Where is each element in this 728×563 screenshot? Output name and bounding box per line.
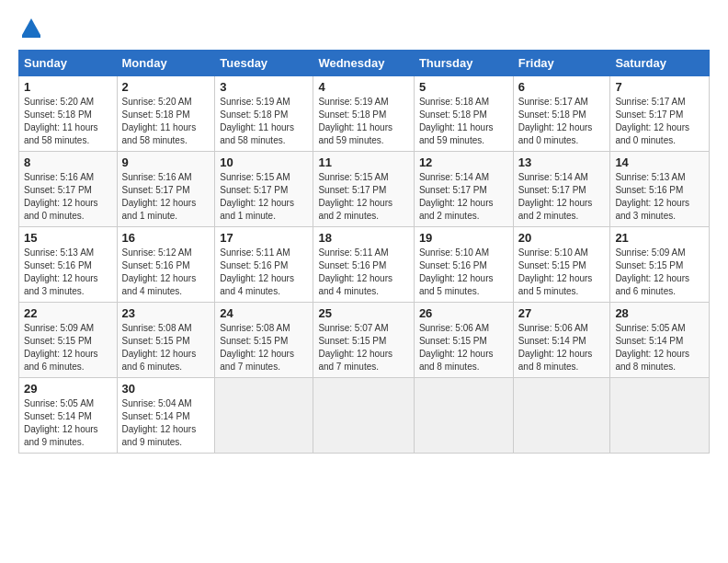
calendar-cell: 13 Sunrise: 5:14 AMSunset: 5:17 PMDaylig… — [513, 152, 610, 227]
day-info: Sunrise: 5:08 AMSunset: 5:15 PMDaylight:… — [122, 323, 197, 372]
calendar-cell: 25 Sunrise: 5:07 AMSunset: 5:15 PMDaylig… — [313, 303, 414, 378]
calendar-cell: 5 Sunrise: 5:18 AMSunset: 5:18 PMDayligh… — [414, 76, 513, 152]
day-number: 8 — [24, 155, 112, 169]
day-info: Sunrise: 5:09 AMSunset: 5:15 PMDaylight:… — [615, 247, 689, 296]
day-info: Sunrise: 5:15 AMSunset: 5:17 PMDaylight:… — [220, 172, 294, 221]
calendar-cell: 26 Sunrise: 5:06 AMSunset: 5:15 PMDaylig… — [414, 303, 513, 378]
day-number: 14 — [615, 155, 704, 169]
day-info: Sunrise: 5:06 AMSunset: 5:14 PMDaylight:… — [518, 323, 593, 372]
day-info: Sunrise: 5:20 AMSunset: 5:18 PMDaylight:… — [24, 97, 98, 145]
day-number: 25 — [318, 306, 408, 320]
day-info: Sunrise: 5:10 AMSunset: 5:16 PMDaylight:… — [419, 247, 494, 296]
day-info: Sunrise: 5:08 AMSunset: 5:15 PMDaylight:… — [220, 323, 294, 372]
week-row-2: 15 Sunrise: 5:13 AMSunset: 5:16 PMDaylig… — [19, 227, 710, 303]
calendar-cell: 12 Sunrise: 5:14 AMSunset: 5:17 PMDaylig… — [414, 152, 513, 227]
calendar-cell: 17 Sunrise: 5:11 AMSunset: 5:16 PMDaylig… — [215, 227, 313, 303]
calendar-cell: 6 Sunrise: 5:17 AMSunset: 5:18 PMDayligh… — [513, 76, 610, 152]
calendar-cell: 1 Sunrise: 5:20 AMSunset: 5:18 PMDayligh… — [19, 76, 118, 152]
day-number: 22 — [24, 306, 112, 320]
day-info: Sunrise: 5:16 AMSunset: 5:17 PMDaylight:… — [122, 172, 197, 221]
day-number: 23 — [122, 306, 210, 320]
svg-rect-1 — [22, 35, 40, 38]
day-number: 20 — [518, 231, 606, 245]
svg-marker-0 — [22, 18, 40, 35]
calendar-cell: 11 Sunrise: 5:15 AMSunset: 5:17 PMDaylig… — [313, 152, 414, 227]
day-number: 26 — [419, 306, 508, 320]
page-container: SundayMondayTuesdayWednesdayThursdayFrid… — [0, 0, 728, 463]
day-number: 29 — [24, 382, 112, 396]
day-number: 9 — [122, 155, 210, 169]
day-info: Sunrise: 5:04 AMSunset: 5:14 PMDaylight:… — [122, 398, 197, 447]
calendar-cell — [610, 378, 710, 454]
week-row-0: 1 Sunrise: 5:20 AMSunset: 5:18 PMDayligh… — [19, 76, 710, 152]
calendar-cell: 9 Sunrise: 5:16 AMSunset: 5:17 PMDayligh… — [117, 152, 215, 227]
calendar-cell — [414, 378, 513, 454]
logo-icon — [18, 15, 44, 40]
day-header-wednesday: Wednesday — [313, 51, 414, 76]
day-info: Sunrise: 5:19 AMSunset: 5:18 PMDaylight:… — [220, 97, 294, 145]
day-number: 18 — [318, 231, 408, 245]
calendar-cell: 7 Sunrise: 5:17 AMSunset: 5:17 PMDayligh… — [610, 76, 710, 152]
day-info: Sunrise: 5:16 AMSunset: 5:17 PMDaylight:… — [24, 172, 98, 221]
day-header-friday: Friday — [513, 51, 610, 76]
day-number: 15 — [24, 231, 112, 245]
day-number: 2 — [122, 80, 210, 94]
day-header-saturday: Saturday — [610, 51, 710, 76]
day-info: Sunrise: 5:12 AMSunset: 5:16 PMDaylight:… — [122, 247, 197, 296]
day-number: 24 — [220, 306, 308, 320]
header-row — [18, 15, 710, 40]
calendar-cell: 23 Sunrise: 5:08 AMSunset: 5:15 PMDaylig… — [117, 303, 215, 378]
calendar-cell: 2 Sunrise: 5:20 AMSunset: 5:18 PMDayligh… — [117, 76, 215, 152]
day-info: Sunrise: 5:13 AMSunset: 5:16 PMDaylight:… — [615, 172, 689, 221]
calendar-table: SundayMondayTuesdayWednesdayThursdayFrid… — [18, 50, 710, 454]
calendar-cell: 18 Sunrise: 5:11 AMSunset: 5:16 PMDaylig… — [313, 227, 414, 303]
day-number: 7 — [615, 80, 704, 94]
day-info: Sunrise: 5:11 AMSunset: 5:16 PMDaylight:… — [318, 247, 392, 296]
day-number: 4 — [318, 80, 408, 94]
calendar-cell: 10 Sunrise: 5:15 AMSunset: 5:17 PMDaylig… — [215, 152, 313, 227]
calendar-cell: 15 Sunrise: 5:13 AMSunset: 5:16 PMDaylig… — [19, 227, 118, 303]
day-info: Sunrise: 5:14 AMSunset: 5:17 PMDaylight:… — [518, 172, 593, 221]
day-info: Sunrise: 5:05 AMSunset: 5:14 PMDaylight:… — [24, 398, 98, 447]
day-number: 27 — [518, 306, 606, 320]
day-header-monday: Monday — [117, 51, 215, 76]
day-number: 1 — [24, 80, 112, 94]
calendar-cell: 19 Sunrise: 5:10 AMSunset: 5:16 PMDaylig… — [414, 227, 513, 303]
day-number: 21 — [615, 231, 704, 245]
day-info: Sunrise: 5:10 AMSunset: 5:15 PMDaylight:… — [518, 247, 593, 296]
calendar-cell: 3 Sunrise: 5:19 AMSunset: 5:18 PMDayligh… — [215, 76, 313, 152]
day-number: 30 — [122, 382, 210, 396]
calendar-cell: 30 Sunrise: 5:04 AMSunset: 5:14 PMDaylig… — [117, 378, 215, 454]
day-number: 28 — [615, 306, 704, 320]
calendar-cell: 14 Sunrise: 5:13 AMSunset: 5:16 PMDaylig… — [610, 152, 710, 227]
day-info: Sunrise: 5:06 AMSunset: 5:15 PMDaylight:… — [419, 323, 494, 372]
day-info: Sunrise: 5:11 AMSunset: 5:16 PMDaylight:… — [220, 247, 294, 296]
day-number: 12 — [419, 155, 508, 169]
day-number: 5 — [419, 80, 508, 94]
day-number: 11 — [318, 155, 408, 169]
day-header-sunday: Sunday — [19, 51, 118, 76]
calendar-cell: 29 Sunrise: 5:05 AMSunset: 5:14 PMDaylig… — [19, 378, 118, 454]
calendar-cell: 22 Sunrise: 5:09 AMSunset: 5:15 PMDaylig… — [19, 303, 118, 378]
day-info: Sunrise: 5:13 AMSunset: 5:16 PMDaylight:… — [24, 247, 98, 296]
calendar-cell: 20 Sunrise: 5:10 AMSunset: 5:15 PMDaylig… — [513, 227, 610, 303]
day-info: Sunrise: 5:19 AMSunset: 5:18 PMDaylight:… — [318, 97, 392, 145]
header-row-days: SundayMondayTuesdayWednesdayThursdayFrid… — [19, 51, 710, 76]
calendar-cell: 16 Sunrise: 5:12 AMSunset: 5:16 PMDaylig… — [117, 227, 215, 303]
day-info: Sunrise: 5:09 AMSunset: 5:15 PMDaylight:… — [24, 323, 98, 372]
day-header-thursday: Thursday — [414, 51, 513, 76]
day-info: Sunrise: 5:05 AMSunset: 5:14 PMDaylight:… — [615, 323, 689, 372]
week-row-3: 22 Sunrise: 5:09 AMSunset: 5:15 PMDaylig… — [19, 303, 710, 378]
day-info: Sunrise: 5:20 AMSunset: 5:18 PMDaylight:… — [122, 97, 197, 145]
day-info: Sunrise: 5:17 AMSunset: 5:17 PMDaylight:… — [615, 97, 689, 145]
calendar-cell: 8 Sunrise: 5:16 AMSunset: 5:17 PMDayligh… — [19, 152, 118, 227]
day-number: 19 — [419, 231, 508, 245]
calendar-cell: 4 Sunrise: 5:19 AMSunset: 5:18 PMDayligh… — [313, 76, 414, 152]
week-row-4: 29 Sunrise: 5:05 AMSunset: 5:14 PMDaylig… — [19, 378, 710, 454]
day-number: 3 — [220, 80, 308, 94]
day-number: 16 — [122, 231, 210, 245]
logo — [18, 15, 48, 40]
day-number: 13 — [518, 155, 606, 169]
day-info: Sunrise: 5:18 AMSunset: 5:18 PMDaylight:… — [419, 97, 494, 145]
day-header-tuesday: Tuesday — [215, 51, 313, 76]
